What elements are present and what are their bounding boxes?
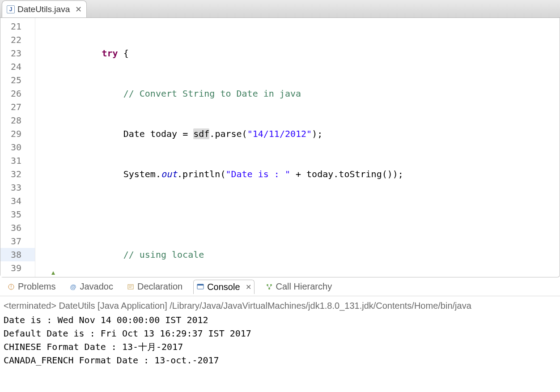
line-number: 35	[0, 208, 35, 221]
line-number: 36	[0, 221, 35, 234]
tab-label: Call Hierarchy	[276, 281, 332, 292]
code-content[interactable]: try { // Convert String to Date in java …	[35, 18, 560, 277]
editor-tab-dateutils[interactable]: J DateUtils.java ✕	[2, 0, 87, 17]
line-number: 29	[0, 127, 35, 141]
svg-point-7	[267, 284, 268, 286]
line-number: 23	[0, 47, 35, 60]
line-number: 21	[0, 20, 35, 33]
line-number: 26	[0, 87, 35, 100]
line-number: 33	[0, 181, 35, 194]
svg-text:!: !	[11, 285, 12, 290]
svg-line-10	[267, 286, 269, 288]
console-line: CANADA_FRENCH Format Date : 13-oct.-2017	[4, 354, 556, 367]
close-icon[interactable]: ✕	[75, 4, 82, 14]
svg-rect-6	[197, 284, 204, 285]
bottom-view-tabs: ! Problems @ Javadoc Declaration Console…	[0, 277, 560, 296]
editor-tab-filename: DateUtils.java	[17, 4, 70, 14]
console-process-title: <terminated> DateUtils [Java Application…	[4, 299, 556, 312]
line-number: 37	[0, 234, 35, 248]
line-number: 34	[0, 194, 35, 208]
tab-label: Console	[207, 282, 240, 292]
tab-problems[interactable]: ! Problems	[4, 280, 58, 294]
tab-javadoc[interactable]: @ Javadoc	[66, 280, 116, 294]
tab-label: Declaration	[137, 281, 182, 292]
console-line: CHINESE Format Date : 13-十月-2017	[4, 340, 556, 354]
line-number-gutter: 21 22 23 24 25 26 27 28 29 30 31 32 33 3…	[0, 18, 35, 277]
console-line: Default Date is : Fri Oct 13 16:29:37 IS…	[4, 327, 556, 340]
console-icon	[196, 283, 204, 291]
declaration-icon	[127, 283, 135, 291]
tab-console[interactable]: Console ✕	[193, 280, 254, 294]
line-number: 24	[0, 60, 35, 73]
tab-declaration[interactable]: Declaration	[124, 280, 185, 294]
console-line: Date is : Wed Nov 14 00:00:00 IST 2012	[4, 313, 556, 327]
close-icon[interactable]: ✕	[246, 283, 251, 291]
svg-rect-2	[128, 285, 133, 289]
line-number: 25	[0, 73, 35, 87]
override-marker-icon	[51, 271, 56, 276]
line-number: 38	[0, 248, 35, 261]
code-editor[interactable]: 21 22 23 24 25 26 27 28 29 30 31 32 33 3…	[0, 18, 560, 277]
tab-label: Problems	[18, 281, 55, 292]
line-number: 28	[0, 114, 35, 127]
at-icon: @	[69, 283, 77, 291]
svg-point-8	[270, 284, 272, 286]
console-output[interactable]: <terminated> DateUtils [Java Application…	[0, 296, 560, 370]
line-number: 22	[0, 33, 35, 47]
line-number: 39	[0, 261, 35, 275]
line-number: 30	[0, 141, 35, 154]
line-number: 31	[0, 154, 35, 167]
editor-tab-bar: J DateUtils.java ✕	[0, 0, 560, 18]
hierarchy-icon	[265, 283, 273, 291]
line-number: 27	[0, 100, 35, 114]
java-file-icon: J	[7, 5, 15, 13]
svg-line-11	[269, 286, 271, 288]
tab-call-hierarchy[interactable]: Call Hierarchy	[263, 280, 335, 294]
tab-label: Javadoc	[80, 281, 113, 292]
svg-point-9	[268, 288, 270, 290]
warning-icon: !	[7, 283, 15, 291]
line-number: 32	[0, 167, 35, 181]
